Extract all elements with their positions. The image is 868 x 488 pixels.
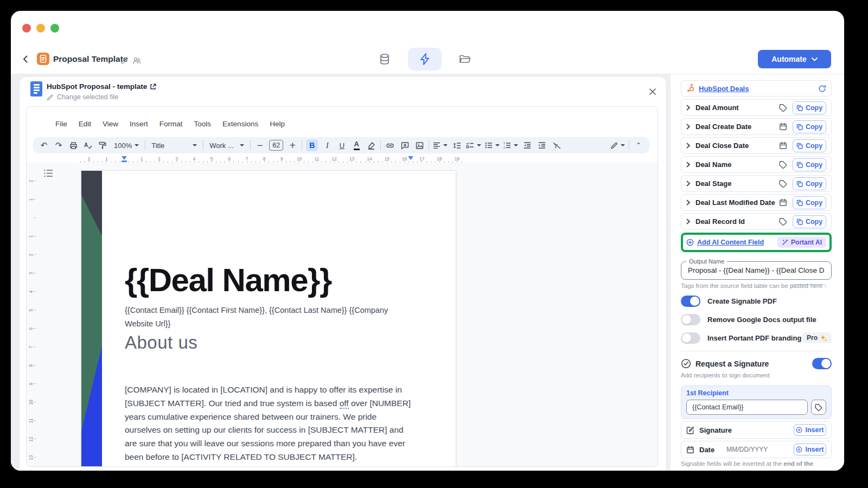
field-row[interactable]: Deal Stage Copy	[681, 175, 832, 192]
add-ai-content-link[interactable]: Add AI Content Field	[686, 239, 764, 246]
zoom-select[interactable]: 100%	[112, 142, 141, 150]
copy-field-button[interactable]: Copy	[793, 139, 826, 152]
clear-formatting-icon[interactable]: T	[551, 139, 562, 151]
line-spacing-icon[interactable]	[451, 139, 462, 151]
insert-image-icon[interactable]	[414, 139, 425, 151]
share-users-icon[interactable]	[132, 56, 142, 65]
back-button[interactable]	[18, 52, 33, 66]
copy-field-button[interactable]: Copy	[793, 177, 826, 190]
expand-chevron-icon[interactable]	[686, 105, 691, 111]
tab-source-data[interactable]	[368, 48, 401, 70]
close-document-button[interactable]	[647, 86, 659, 98]
spellcheck-icon[interactable]: A	[82, 139, 93, 151]
field-row[interactable]: Deal Create Date Copy	[681, 118, 832, 135]
signature-section-title: Request a Signature	[695, 359, 769, 368]
highlight-color-icon[interactable]	[366, 139, 376, 151]
insert-field-button[interactable]: Insert	[794, 424, 826, 436]
request-signature-toggle[interactable]	[812, 358, 832, 369]
copy-icon	[796, 181, 803, 187]
docs-menu-item[interactable]: Extensions	[221, 120, 260, 128]
pro-label: Pro	[807, 334, 818, 342]
numbered-list-icon[interactable]: 12	[503, 139, 518, 151]
expand-chevron-icon[interactable]	[686, 181, 691, 187]
copy-field-button[interactable]: Copy	[793, 215, 826, 228]
right-indent-marker[interactable]	[408, 156, 413, 160]
copy-field-button[interactable]: Copy	[793, 120, 826, 133]
text-color-button[interactable]: A	[354, 140, 360, 150]
underline-button[interactable]: U	[336, 139, 347, 151]
tab-outputs[interactable]	[448, 48, 482, 70]
close-window-icon[interactable]	[22, 24, 31, 33]
source-link[interactable]: HubSpot Deals	[699, 85, 749, 93]
increase-indent-icon[interactable]	[537, 139, 547, 151]
align-icon[interactable]	[433, 139, 448, 151]
doc-body-paragraph[interactable]: [COMPANY] is located in [LOCATION] and i…	[125, 383, 412, 464]
minimize-window-icon[interactable]	[36, 24, 45, 33]
add-comment-icon[interactable]	[399, 139, 410, 151]
insert-link-icon[interactable]	[385, 139, 395, 151]
font-size-input[interactable]: 62	[269, 140, 283, 151]
expand-chevron-icon[interactable]	[686, 200, 691, 206]
checklist-icon[interactable]	[466, 139, 481, 151]
plus-circle-icon	[796, 427, 802, 433]
copy-icon	[796, 143, 803, 149]
expand-chevron-icon[interactable]	[686, 124, 691, 130]
left-indent-marker[interactable]	[122, 156, 127, 162]
decrease-font-icon[interactable]: −	[254, 139, 265, 151]
field-row[interactable]: Deal Record Id Copy	[681, 213, 832, 230]
docs-menu-item[interactable]: Edit	[77, 120, 93, 128]
tag-icon	[815, 403, 822, 411]
tab-workflow[interactable]	[408, 48, 442, 70]
copy-field-button[interactable]: Copy	[793, 101, 826, 114]
insert-field-button[interactable]: Insert	[794, 444, 826, 455]
hide-menus-icon[interactable]: ⌃	[633, 139, 644, 151]
decrease-indent-icon[interactable]	[522, 139, 533, 151]
docs-menu-item[interactable]: Insert	[128, 120, 150, 128]
calendar-icon	[779, 123, 787, 131]
refresh-icon[interactable]	[818, 85, 826, 93]
copy-field-button[interactable]: Copy	[793, 196, 826, 209]
change-selected-file[interactable]: Change selected file	[47, 93, 118, 101]
doc-heading[interactable]: {{Deal Name}}	[125, 262, 331, 299]
template-doc-icon	[37, 53, 49, 65]
rename-template-icon[interactable]	[120, 56, 129, 65]
automate-button[interactable]: Automate	[758, 50, 831, 68]
insert-tag-button[interactable]	[811, 400, 826, 415]
editing-mode-icon[interactable]	[610, 139, 625, 151]
toggle-switch[interactable]	[681, 296, 700, 307]
expand-chevron-icon[interactable]	[686, 162, 691, 168]
doc-contact-line[interactable]: {{Contact Email}} {{Contact First Name}}…	[125, 304, 403, 331]
docs-menu-item[interactable]: Tools	[193, 120, 213, 128]
docs-menu-item[interactable]: View	[101, 120, 120, 128]
expand-chevron-icon[interactable]	[686, 219, 691, 224]
docs-menu-item[interactable]: Help	[268, 120, 286, 128]
bold-button[interactable]: B	[306, 139, 318, 151]
copy-field-button[interactable]: Copy	[793, 158, 826, 171]
print-icon[interactable]	[68, 139, 79, 151]
undo-icon[interactable]: ↶	[39, 139, 49, 151]
output-name-field[interactable]: Output Name Proposal - {{Deal Name}} - {…	[681, 261, 832, 280]
document-outline-icon[interactable]	[44, 169, 53, 177]
field-row[interactable]: Deal Amount Copy	[681, 99, 832, 116]
recipient-email-input[interactable]	[686, 400, 808, 415]
italic-button[interactable]: I	[322, 139, 333, 151]
docs-menu-item[interactable]: Format	[158, 120, 184, 128]
docs-menu-item[interactable]: File	[54, 120, 69, 128]
increase-font-icon[interactable]: +	[287, 139, 298, 151]
toggle-switch[interactable]	[681, 314, 700, 325]
doc-section-title[interactable]: About us	[125, 332, 197, 353]
paragraph-style-select[interactable]: Title	[149, 142, 199, 150]
toggle-switch[interactable]	[681, 332, 700, 344]
field-row[interactable]: Deal Last Modified Date Copy	[681, 194, 832, 211]
redo-icon[interactable]: ↷	[53, 139, 64, 151]
bulleted-list-icon[interactable]	[485, 139, 500, 151]
field-row[interactable]: Deal Close Date Copy	[681, 137, 832, 154]
paint-format-icon[interactable]	[97, 139, 108, 151]
document-page[interactable]: {{Deal Name}} {{Contact Email}} {{Contac…	[81, 170, 456, 467]
expand-chevron-icon[interactable]	[686, 143, 691, 149]
document-title-link[interactable]: HubSpot Proposal - template	[47, 82, 156, 91]
option-toggles: Create Signable PDF Remove Google Docs o…	[681, 295, 832, 350]
font-select[interactable]: Work ...	[207, 142, 246, 150]
field-row[interactable]: Deal Name Copy	[681, 156, 832, 173]
maximize-window-icon[interactable]	[50, 24, 59, 33]
